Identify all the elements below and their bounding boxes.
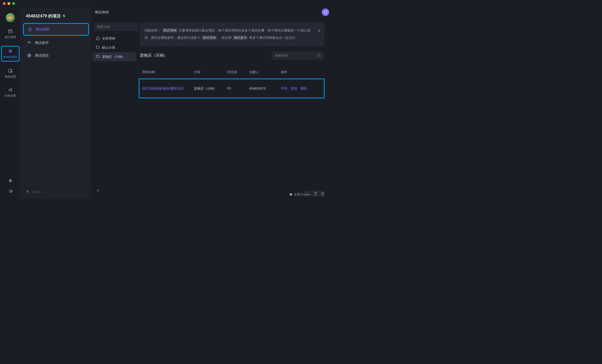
window-titlebar [0,0,329,7]
nav-label: 测试报告 [35,53,49,58]
group-tree-panel: ＋ 全部用例 默认分类 [91,19,138,199]
folder-icon [96,45,100,50]
brand-footer: Apifox [21,185,91,199]
action-copy[interactable]: 复制 [291,86,297,90]
banner-tag: 测试套件 [232,35,248,40]
action-delete[interactable]: 删除 [301,86,307,90]
stack-icon [8,48,13,54]
svg-rect-2 [9,51,12,52]
action-detail[interactable]: 详情 [281,86,287,90]
banner-text: ，然后用 [218,36,231,40]
rail-label: 在线分享 [5,94,16,98]
svg-rect-3 [9,52,12,53]
chart-icon [27,53,32,58]
project-title: 454832479 的项目 [26,13,61,19]
rail-label: 接口管理 [5,35,16,39]
col-group: 分组 [191,66,224,79]
cell-name[interactable]: 测试宠物新建/修改/删除流程 [139,79,191,98]
svg-point-11 [30,41,31,42]
banner-prefix: 功能说明： [144,28,161,32]
search-icon [317,53,321,58]
nav-label: 测试用例 [35,27,50,32]
tree-label: 全部用例 [102,36,115,41]
help-icon[interactable] [321,192,324,197]
chevron-updown-icon: ⇅ [63,14,65,18]
modules-icon [27,41,32,45]
rail-label: 项目设置 [5,75,16,79]
svg-point-14 [30,43,31,43]
close-icon[interactable]: ✕ [317,26,321,36]
database-icon [8,68,13,73]
close-window-button[interactable] [3,2,6,5]
info-banner: 功能说明： 测试用例 主要用来做接口集合测试，每个测试用例包含多个测试步骤，每个… [140,22,324,46]
section-title: 宠物店（示例） [140,53,168,58]
gear-icon[interactable] [8,189,13,194]
sidebar: 454832479 的项目 ⇅ 测试用例 测试套件 [21,7,91,199]
svg-point-17 [290,193,292,196]
project-selector[interactable]: 454832479 的项目 ⇅ [21,7,91,23]
file-icon [28,27,32,32]
group-search-input[interactable] [94,22,141,31]
bell-icon[interactable] [8,179,13,184]
main-content: 功能说明： 测试用例 主要用来做接口集合测试，每个测试用例包含多个测试步骤，每个… [138,19,329,199]
cell-creator: 454832479 [247,79,278,98]
rail-item-api-management[interactable]: 接口管理 [1,27,20,41]
folder-icon [96,54,100,59]
tree-default-group[interactable]: 默认分类 [93,43,136,52]
tree-label: 宠物店（示例） [102,55,125,59]
tree-all-cases[interactable]: 全部用例 [93,34,136,43]
table-row[interactable]: 测试宠物新建/修改/删除流程 宠物店（示例） P2 454832479 详情 复… [139,79,324,98]
rail-item-online-share[interactable]: 在线分享 [1,85,20,100]
svg-point-12 [28,43,28,43]
banner-tag: 测试用例 [201,35,217,40]
col-priority: 优先级 [224,66,247,79]
clipboard-icon[interactable] [314,192,317,197]
rail-item-project-settings[interactable]: 项目设置 [1,66,20,81]
cell-actions: 详情 复制 删除 [278,79,324,98]
minimize-window-button[interactable] [8,2,10,5]
avatar[interactable]: 🐵 [6,13,15,22]
nav-test-suites[interactable]: 测试套件 [23,37,89,48]
home-icon [96,36,100,41]
icon-rail: 🐵 接口管理 自动化测试 项目设置 [0,7,21,199]
svg-rect-0 [9,30,12,33]
svg-point-13 [29,43,30,43]
svg-point-10 [29,41,30,42]
calendar-icon [8,29,13,34]
nav-label: 测试套件 [35,41,49,45]
svg-point-5 [11,71,11,72]
refresh-button[interactable] [322,9,329,16]
page-title: 测试用例 [95,10,109,15]
share-icon [8,87,13,92]
cases-table: 用例名称 分组 优先级 创建人 操作 测试宠物新建/修改/删除流程 宠物店（示例… [139,66,324,98]
rail-item-automated-testing[interactable]: 自动化测试 [1,46,20,62]
brand-name: Apifox [32,190,41,194]
banner-tag: 测试用例 [162,28,178,33]
tree-label: 默认分类 [102,46,115,50]
nav-test-reports[interactable]: 测试报告 [23,50,89,61]
col-name: 用例名称 [139,66,191,79]
svg-rect-1 [9,50,12,50]
cell-priority: P2 [224,79,247,98]
col-creator: 创建人 [247,66,278,79]
banner-text: 将多个测试用例集合在一起运行。 [249,36,299,40]
svg-point-9 [28,41,28,42]
tree-petstore-group[interactable]: 宠物店（示例） [93,52,136,61]
nav-test-cases[interactable]: 测试用例 [23,23,89,36]
status-bar: 全局 Cookie [91,190,329,199]
col-actions: 操作 [278,66,324,79]
rail-label: 自动化测试 [3,55,17,59]
global-cookie-button[interactable]: 全局 Cookie [289,192,310,197]
cell-group: 宠物店（示例） [191,79,224,98]
svg-point-16 [318,54,320,56]
footer-cookie-label: 全局 Cookie [294,192,310,197]
apifox-logo-icon [25,189,30,194]
maximize-window-button[interactable] [12,2,15,5]
case-search-input[interactable] [272,51,323,60]
